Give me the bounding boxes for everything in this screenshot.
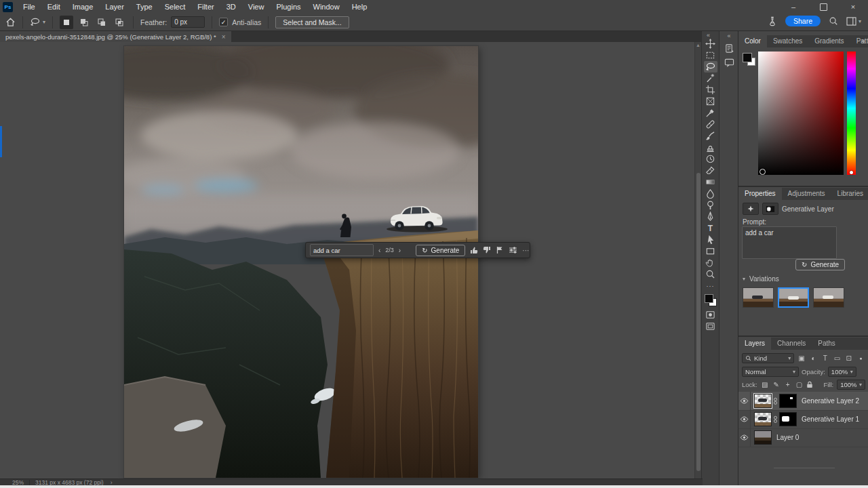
filter-shape-layers-icon[interactable]: ▭ [833, 354, 842, 362]
foreground-color-swatch[interactable] [743, 53, 752, 62]
generate-button[interactable]: ↻ Generate [795, 259, 845, 270]
window-close-button[interactable]: × [838, 0, 868, 14]
new-selection-mode-button[interactable] [60, 16, 73, 29]
layer-name[interactable]: Generative Layer 2 [802, 397, 859, 405]
history-brush-tool[interactable] [704, 153, 717, 165]
opacity-dropdown[interactable]: 100% ▾ [828, 367, 856, 377]
screen-mode-button[interactable] [704, 321, 717, 332]
more-options-icon[interactable]: ··· [522, 247, 529, 254]
menu-file[interactable]: File [17, 0, 41, 14]
layer-row-layer-0[interactable]: Layer 0 [738, 428, 868, 447]
search-icon[interactable] [829, 16, 838, 26]
visibility-eye-icon[interactable] [738, 410, 751, 428]
hand-tool[interactable] [704, 257, 717, 268]
rectangle-tool[interactable] [704, 245, 717, 257]
menu-window[interactable]: Window [307, 0, 346, 14]
menu-help[interactable]: Help [346, 0, 374, 14]
lock-artboard-icon[interactable]: ▢ [795, 381, 804, 388]
eyedropper-tool[interactable] [704, 107, 717, 119]
lasso-tool[interactable] [704, 61, 717, 73]
tech-preview-flask-icon[interactable] [768, 16, 777, 26]
home-icon[interactable] [5, 17, 16, 27]
select-and-mask-button[interactable]: Select and Mask... [275, 16, 349, 28]
window-restore-button[interactable] [808, 0, 838, 14]
dodge-tool[interactable] [704, 199, 717, 211]
layer-thumbnail[interactable] [754, 412, 772, 426]
layer-name[interactable]: Generative Layer 1 [802, 415, 859, 423]
lock-all-icon[interactable] [806, 381, 814, 388]
tab-layers[interactable]: Layers [738, 338, 771, 350]
generate-button[interactable]: ↻ Generate [416, 245, 465, 256]
path-selection-tool[interactable] [704, 234, 717, 245]
filter-type-layers-icon[interactable]: T [821, 354, 829, 362]
filter-toggle-icon[interactable]: ● [856, 356, 865, 361]
variation-thumbnail-1[interactable] [743, 287, 774, 308]
visibility-eye-icon[interactable] [738, 428, 751, 447]
close-icon[interactable]: × [222, 33, 226, 41]
panel-menu-icon[interactable]: ≡ [861, 38, 865, 45]
canvas-area[interactable]: ‹ 2/3 › ↻ Generate ··· [0, 42, 694, 479]
edit-toolbar-ellipsis-icon[interactable]: ··· [704, 280, 717, 291]
tab-swatches[interactable]: Swatches [767, 35, 808, 47]
report-flag-icon[interactable] [496, 245, 504, 256]
document-tab[interactable]: pexels-angelo-duranti-3512848.jpg @ 25% … [0, 31, 231, 42]
layer-mask-link-icon[interactable] [773, 415, 778, 424]
filter-kind-dropdown[interactable]: Kind ▾ [742, 353, 794, 363]
frame-tool[interactable] [704, 96, 717, 107]
tab-channels[interactable]: Channels [771, 338, 812, 350]
feather-input[interactable] [171, 16, 205, 28]
menu-edit[interactable]: Edit [41, 0, 66, 14]
tab-libraries[interactable]: Libraries [831, 188, 868, 200]
lock-image-pixels-icon[interactable]: ✎ [772, 381, 781, 388]
history-panel-icon[interactable] [719, 41, 738, 56]
document-canvas-image[interactable] [124, 46, 478, 478]
lasso-tool-preset[interactable]: ▾ [30, 17, 45, 28]
scroll-up-arrow-icon[interactable]: ▲ [696, 43, 701, 47]
tab-color[interactable]: Color [738, 35, 767, 47]
photoshop-app-icon[interactable]: Ps [3, 2, 13, 12]
filter-smart-object-icon[interactable]: ⊡ [844, 354, 853, 362]
layer-thumbnail[interactable] [754, 430, 772, 445]
variations-section-header[interactable]: ▾ Variations [743, 275, 779, 283]
hue-slider-picker[interactable] [850, 171, 853, 174]
menu-layer[interactable]: Layer [99, 0, 130, 14]
zoom-tool[interactable] [704, 268, 717, 280]
color-panel-fgbg-swatches[interactable] [743, 53, 755, 65]
fill-dropdown[interactable]: 100% ▾ [837, 380, 865, 390]
tab-patterns[interactable]: Patterns [850, 35, 868, 47]
collapse-toolbar-icon[interactable]: « [707, 32, 710, 39]
blend-mode-dropdown[interactable]: Normal ▾ [742, 367, 799, 377]
variation-thumbnail-3[interactable] [813, 287, 844, 308]
document-info[interactable]: 3131 px x 4683 px (72 ppi) [35, 479, 104, 486]
foreground-color-swatch[interactable] [705, 294, 713, 303]
tab-properties[interactable]: Properties [738, 188, 782, 200]
intersect-selection-mode-button[interactable] [113, 16, 126, 29]
workspace-switcher[interactable]: ▾ [846, 17, 861, 26]
comments-panel-icon[interactable] [719, 56, 738, 70]
crop-tool[interactable] [704, 84, 717, 96]
healing-brush-tool[interactable] [704, 119, 717, 130]
menu-image[interactable]: Image [66, 0, 100, 14]
lock-position-icon[interactable]: + [784, 381, 792, 388]
pen-tool[interactable] [704, 211, 717, 222]
variation-thumbnail-2-selected[interactable] [778, 287, 809, 308]
menu-3d[interactable]: 3D [220, 0, 242, 14]
status-chevron-icon[interactable]: › [111, 479, 113, 486]
window-minimize-button[interactable]: – [778, 0, 808, 14]
next-variation-button[interactable]: › [399, 247, 401, 254]
zoom-level-value[interactable]: 25% [12, 479, 24, 486]
layer-mask-link-icon[interactable] [773, 397, 778, 405]
lock-transparent-pixels-icon[interactable]: ▨ [761, 381, 769, 388]
eraser-tool[interactable] [704, 165, 717, 176]
layer-thumbnail[interactable] [754, 394, 772, 408]
collapse-dock-icon[interactable]: « [727, 33, 730, 39]
scrollbar-thumb[interactable] [696, 173, 701, 471]
foreground-background-color-swatches[interactable] [705, 294, 717, 306]
filter-pixel-layers-icon[interactable]: ▣ [797, 354, 806, 362]
layer-name[interactable]: Layer 0 [776, 434, 799, 441]
blur-tool[interactable] [704, 188, 717, 199]
visibility-eye-icon[interactable] [738, 392, 751, 410]
gradient-tool[interactable] [704, 176, 717, 188]
menu-type[interactable]: Type [130, 0, 159, 14]
clone-stamp-tool[interactable] [704, 142, 717, 153]
